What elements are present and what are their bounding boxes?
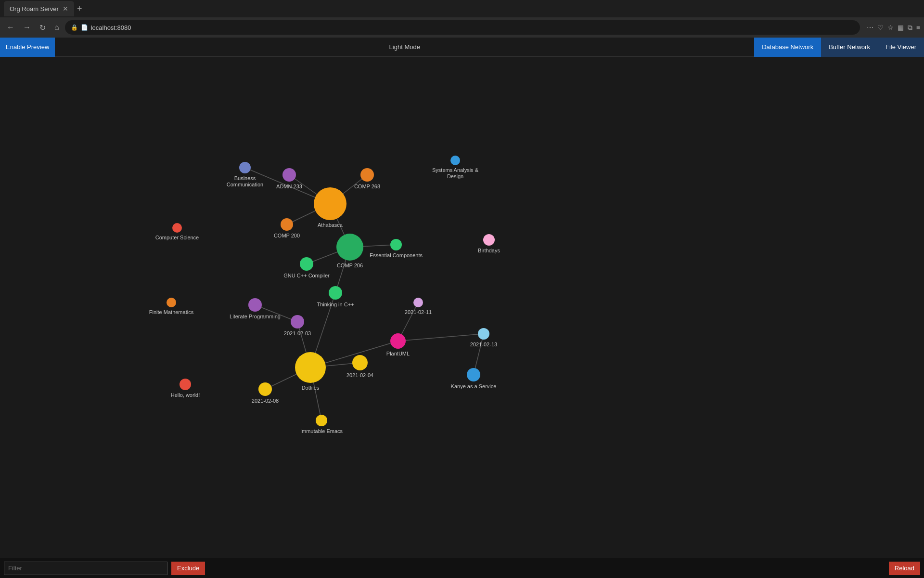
bookmark-icon[interactable]: ☆: [887, 24, 894, 32]
svg-point-36: [483, 234, 495, 246]
reload-browser-button[interactable]: ↻: [37, 21, 49, 34]
exclude-button[interactable]: Exclude: [171, 562, 205, 575]
svg-point-50: [390, 333, 406, 349]
tab-title: Org Roam Server: [10, 5, 59, 13]
svg-text:Kanye as a Service: Kanye as a Service: [451, 383, 497, 389]
nav-icons: ⋯ ♡ ☆ ▦ ⧉ ≡: [867, 24, 920, 32]
svg-text:Dotfiles: Dotfiles: [302, 385, 320, 391]
svg-text:Hello, world!: Hello, world!: [171, 392, 200, 398]
svg-point-26: [239, 162, 251, 173]
enable-preview-button[interactable]: Enable Preview: [0, 38, 55, 57]
tab-bar: Org Roam Server ✕ +: [0, 0, 924, 17]
svg-text:Athabasca: Athabasca: [318, 222, 343, 228]
tab-close-button[interactable]: ✕: [63, 5, 68, 13]
svg-text:2021-02-13: 2021-02-13: [470, 342, 497, 347]
svg-line-12: [398, 334, 484, 341]
svg-point-28: [450, 156, 460, 165]
svg-point-34: [172, 223, 182, 233]
extensions-icon[interactable]: ⋯: [867, 24, 873, 32]
sidebar-icon[interactable]: ▦: [898, 24, 904, 32]
browser-chrome: Org Roam Server ✕ + ← → ↻ ⌂ 🔒 📄 localhos…: [0, 0, 924, 38]
buffer-network-tab[interactable]: Buffer Network: [821, 38, 878, 57]
svg-text:Literate Programming: Literate Programming: [230, 314, 281, 319]
toolbar-center: Light Mode: [55, 43, 754, 51]
svg-text:2021-02-11: 2021-02-11: [405, 309, 432, 315]
svg-point-64: [281, 218, 293, 231]
svg-text:2021-02-08: 2021-02-08: [252, 398, 279, 404]
url-display: localhost:8080: [91, 24, 854, 31]
svg-point-40: [248, 298, 262, 312]
svg-point-24: [360, 168, 374, 182]
forward-button[interactable]: →: [20, 21, 34, 34]
back-button[interactable]: ←: [4, 21, 17, 34]
svg-point-56: [180, 379, 191, 390]
filter-input[interactable]: [4, 562, 167, 575]
svg-point-30: [390, 239, 402, 250]
svg-text:2021-02-04: 2021-02-04: [346, 372, 373, 378]
svg-point-46: [413, 298, 423, 307]
svg-text:COMP 200: COMP 200: [274, 233, 300, 238]
svg-point-60: [467, 368, 480, 381]
svg-point-52: [295, 352, 326, 383]
svg-point-44: [291, 315, 304, 328]
light-mode-button[interactable]: Light Mode: [389, 43, 420, 51]
svg-text:Immutable Emacs: Immutable Emacs: [300, 428, 343, 434]
bottom-bar: Exclude Reload: [0, 558, 924, 578]
svg-text:PlantUML: PlantUML: [386, 351, 410, 356]
tab-overview-icon[interactable]: ⧉: [908, 24, 912, 32]
svg-text:GNU C++ Compiler: GNU C++ Compiler: [283, 273, 330, 278]
svg-point-54: [352, 355, 368, 370]
svg-text:Computer Science: Computer Science: [155, 235, 199, 240]
svg-text:BusinessCommunication: BusinessCommunication: [227, 175, 263, 187]
nav-bar: ← → ↻ ⌂ 🔒 📄 localhost:8080 ⋯ ♡ ☆ ▦ ⧉ ≡: [0, 17, 924, 38]
page-icon: 📄: [81, 24, 88, 31]
svg-text:Finite Mathematics: Finite Mathematics: [149, 309, 194, 315]
database-network-tab[interactable]: Database Network: [754, 38, 821, 57]
security-icon: 🔒: [71, 24, 78, 31]
toolbar-right: Database Network Buffer Network File Vie…: [754, 38, 924, 57]
svg-text:Thinking in C++: Thinking in C++: [317, 302, 354, 307]
svg-point-62: [316, 415, 327, 426]
svg-text:Systems Analysis &Design: Systems Analysis &Design: [432, 167, 479, 179]
network-graph: AthabascaCOMP 206ADMN 233COMP 268Busines…: [0, 57, 924, 558]
svg-point-22: [282, 168, 296, 182]
menu-icon[interactable]: ≡: [916, 24, 920, 32]
pocket-icon[interactable]: ♡: [877, 24, 884, 32]
new-tab-button[interactable]: +: [74, 4, 85, 14]
svg-text:ADMN 233: ADMN 233: [276, 184, 302, 189]
file-viewer-tab[interactable]: File Viewer: [878, 38, 924, 57]
svg-point-32: [300, 257, 313, 271]
app-toolbar: Enable Preview Light Mode Database Netwo…: [0, 38, 924, 57]
svg-point-18: [314, 187, 346, 220]
reload-button[interactable]: Reload: [889, 562, 920, 575]
svg-text:Birthdays: Birthdays: [478, 248, 500, 253]
svg-text:COMP 206: COMP 206: [337, 263, 363, 268]
svg-point-58: [258, 382, 272, 396]
home-button[interactable]: ⌂: [51, 21, 62, 34]
svg-text:Essential Components: Essential Components: [370, 252, 423, 258]
svg-text:COMP 268: COMP 268: [354, 184, 380, 189]
svg-point-48: [478, 328, 489, 340]
svg-point-20: [336, 234, 363, 261]
svg-point-38: [329, 286, 342, 300]
active-tab[interactable]: Org Roam Server ✕: [4, 1, 74, 16]
svg-text:2021-02-03: 2021-02-03: [284, 330, 311, 336]
address-bar[interactable]: 🔒 📄 localhost:8080: [65, 20, 860, 35]
main-canvas[interactable]: AthabascaCOMP 206ADMN 233COMP 268Busines…: [0, 57, 924, 558]
svg-point-42: [167, 298, 176, 307]
